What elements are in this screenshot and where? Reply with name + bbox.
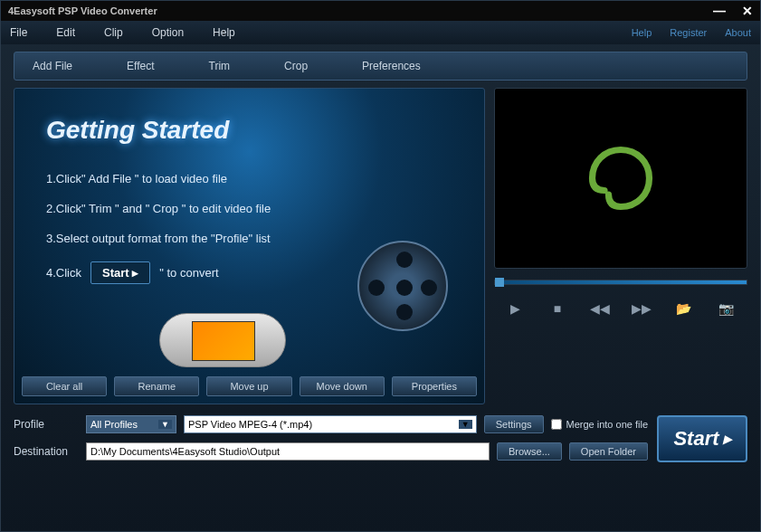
menu-right-group: Help Register About [632,27,751,38]
menu-edit[interactable]: Edit [56,26,75,39]
rename-button[interactable]: Rename [114,376,199,396]
destination-row: Destination Browse... Open Folder [14,442,648,461]
main-area: Getting Started 1.Click" Add File " to l… [1,88,760,404]
profile-category-dropdown[interactable]: All Profiles▼ [86,415,176,433]
step-2: 2.Click" Trim " and " Crop " to edit vid… [46,202,452,215]
psp-device-icon [159,313,286,367]
link-help[interactable]: Help [632,27,652,38]
menu-option[interactable]: Option [152,26,184,39]
open-icon[interactable]: 📂 [673,301,695,316]
merge-label[interactable]: Merge into one file [566,419,649,430]
getting-started-title: Getting Started [46,116,452,145]
titlebar: 4Easysoft PSP Video Converter — ✕ [1,1,760,21]
bottom-section: Profile All Profiles▼ PSP Video MPEG-4 (… [1,404,760,480]
content-panel: Getting Started 1.Click" Add File " to l… [14,88,485,404]
step-4: 4.Click Start ▸ " to convert [46,261,452,284]
start-inline-button[interactable]: Start ▸ [90,261,150,284]
profile-label: Profile [14,418,79,431]
window-controls: — ✕ [713,4,753,18]
profile-format-dropdown[interactable]: PSP Video MPEG-4 (*.mp4)▼ [184,415,477,433]
play-icon[interactable]: ▶ [504,301,526,316]
getting-started: Getting Started 1.Click" Add File " to l… [14,89,484,311]
window-title: 4Easysoft PSP Video Converter [8,5,157,16]
seek-thumb[interactable] [495,278,504,287]
preview-video [494,88,747,269]
step-1: 1.Click" Add File " to load video file [46,172,452,185]
menu-help[interactable]: Help [213,26,235,39]
destination-label: Destination [14,445,79,458]
toolbar: Add File Effect Trim Crop Preferences [14,52,747,81]
properties-button[interactable]: Properties [392,376,477,396]
step-3: 3.Select output format from the "Profile… [46,232,452,245]
app-window: 4Easysoft PSP Video Converter — ✕ File E… [0,0,761,532]
toolbar-effect[interactable]: Effect [127,60,154,72]
chevron-down-icon: ▼ [158,420,172,429]
snapshot-icon[interactable]: 📷 [716,301,737,316]
menu-file[interactable]: File [10,26,27,39]
toolbar-trim[interactable]: Trim [209,60,231,72]
bottom-left: Profile All Profiles▼ PSP Video MPEG-4 (… [14,415,648,470]
open-folder-button[interactable]: Open Folder [569,442,648,461]
menu-clip[interactable]: Clip [104,26,123,39]
step-4-suffix: " to convert [159,266,218,280]
logo-icon [580,138,661,219]
minimize-icon[interactable]: — [713,4,726,18]
stop-icon[interactable]: ■ [547,301,568,316]
next-icon[interactable]: ▶▶ [631,301,652,316]
prev-icon[interactable]: ◀◀ [589,301,611,316]
close-icon[interactable]: ✕ [742,4,753,18]
destination-input[interactable] [86,442,490,461]
step-4-prefix: 4.Click [46,266,81,280]
move-down-button[interactable]: Move down [300,376,385,396]
link-about[interactable]: About [725,27,751,38]
start-button[interactable]: Start▸ [657,415,747,462]
action-buttons: Clear all Rename Move up Move down Prope… [22,376,477,396]
toolbar-crop[interactable]: Crop [284,60,308,72]
move-up-button[interactable]: Move up [206,376,291,396]
seek-bar[interactable] [494,280,747,285]
playback-buttons: ▶ ■ ◀◀ ▶▶ 📂 📷 [494,292,747,325]
toolbar-add-file[interactable]: Add File [33,60,72,72]
play-arrow-icon: ▸ [723,429,731,449]
preview-controls: ▶ ■ ◀◀ ▶▶ 📂 📷 [494,280,747,325]
link-register[interactable]: Register [670,27,707,38]
merge-checkbox-wrap: Merge into one file [551,419,649,430]
merge-checkbox[interactable] [551,419,562,430]
clear-all-button[interactable]: Clear all [22,376,107,396]
preview-panel: ▶ ■ ◀◀ ▶▶ 📂 📷 [494,88,747,404]
chevron-down-icon: ▼ [459,420,472,429]
menubar: File Edit Clip Option Help Help Register… [1,21,760,44]
toolbar-preferences[interactable]: Preferences [362,60,421,72]
settings-button[interactable]: Settings [484,415,544,433]
menu-left-group: File Edit Clip Option Help [10,26,235,39]
browse-button[interactable]: Browse... [497,442,562,461]
profile-row: Profile All Profiles▼ PSP Video MPEG-4 (… [14,415,648,433]
